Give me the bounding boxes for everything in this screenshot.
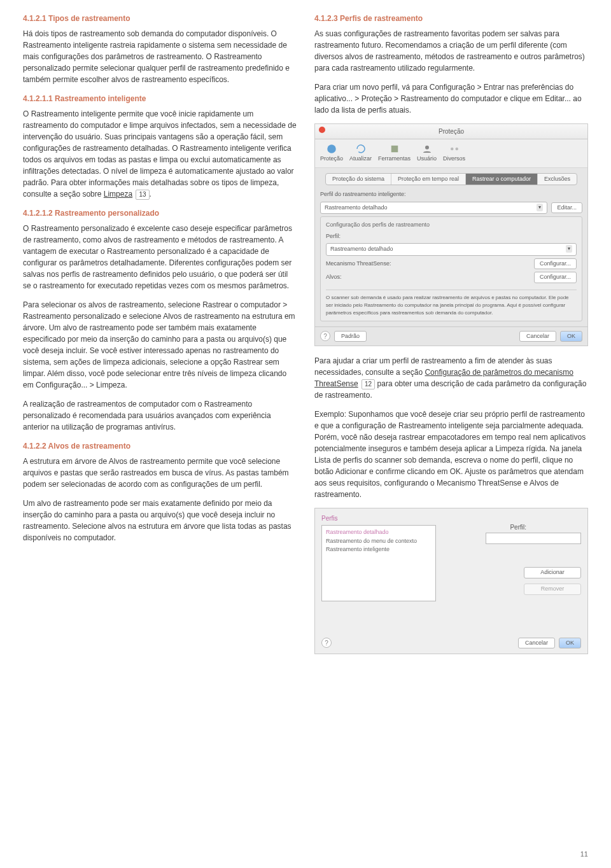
toolbar-protecao: Proteção (320, 143, 343, 164)
window-title: Proteção (439, 128, 464, 135)
heading-4123: 4.1.2.3 Perfis de rastreamento (314, 13, 588, 24)
tab-protecao-tempo-real: Proteção em tempo real (391, 174, 466, 185)
tab-rastrear-computador: Rastrear o computador (466, 174, 538, 185)
screenshot-profiles-dialog: Perfis Rastreamento detalhado Rastreamen… (314, 508, 588, 654)
para-4121-1: Há dois tipos de rastreamento sob demand… (23, 28, 297, 85)
configurar-alvos-button: Configurar... (534, 272, 577, 283)
adicionar-button: Adicionar (524, 567, 581, 578)
svg-point-4 (455, 148, 458, 151)
help-icon: ? (320, 331, 330, 341)
close-icon (319, 127, 325, 133)
para-41212-1: O Rastreamento personalizado é excelente… (23, 223, 297, 291)
help-icon: ? (321, 638, 332, 648)
tab-protecao-sistema: Proteção do sistema (326, 174, 391, 185)
toolbar-diversos: Diversos (443, 143, 465, 164)
padrao-button: Padrão (334, 331, 367, 342)
para-4123-1: As suas configurações de rastreamento fa… (314, 28, 588, 74)
frame-label-config: Configuração dos perfis de rastreamento (326, 221, 577, 230)
profiles-list: Rastreamento detalhado Rastreamento do m… (321, 525, 436, 601)
editar-button: Editar... (551, 202, 582, 214)
cancelar-button: Cancelar (518, 638, 555, 649)
note-scanner: O scanner sob demanda é usado para reali… (326, 290, 577, 317)
link-limpeza[interactable]: Limpeza (104, 190, 132, 199)
ok-button: OK (559, 638, 581, 649)
list-item: Rastreamento inteligente (326, 545, 432, 554)
heading-41212: 4.1.2.1.2 Rastreamento personalizado (23, 207, 297, 219)
list-item: Rastreamento detalhado (326, 528, 432, 537)
select-perfil: Rastreamento detalhado (326, 243, 577, 256)
select-perfil-inteligente: Rastreamento detalhado (320, 202, 547, 214)
label-alvos: Alvos: (326, 273, 530, 282)
para-4122-1: A estrutura em árvore de Alvos de rastre… (23, 456, 297, 490)
label-perfil-inteligente: Perfil do rastreamento inteligente: (320, 190, 582, 199)
page-ref-12: 12 (362, 379, 375, 389)
configurar-mec-button: Configurar... (534, 258, 577, 270)
label-perfil-field: Perfil: (510, 522, 526, 532)
label-mecanismo: Mecanismo ThreatSense: (326, 260, 530, 269)
page-ref-13: 13 (136, 190, 149, 200)
tab-exclusoes: Exclusões (538, 174, 577, 185)
list-item: Rastreamento do menu de contexto (326, 537, 432, 546)
para-41212-3: A realização de rastreamentos de computa… (23, 398, 297, 433)
svg-point-3 (451, 148, 454, 151)
remover-button: Remover (524, 584, 581, 595)
toolbar-usuario: Usuário (417, 143, 437, 164)
para-4123-3: Para ajudar a criar um perfil de rastrea… (314, 355, 588, 401)
svg-point-0 (327, 144, 336, 153)
para-41212-2: Para selecionar os alvos de rastreamento… (23, 299, 297, 391)
heading-41211: 4.1.2.1.1 Rastreamento inteligente (23, 93, 297, 104)
toolbar-atualizar: Atualizar (349, 143, 372, 164)
para-4122-2: Um alvo de rastreamento pode ser mais ex… (23, 498, 297, 543)
label-perfil: Perfil: (326, 232, 345, 241)
para-4123-2: Para criar um novo perfil, vá para Confi… (314, 81, 588, 116)
para-41211-1: O Rastreamento inteligente permite que v… (23, 108, 297, 200)
svg-point-2 (425, 146, 429, 150)
svg-rect-1 (391, 146, 398, 153)
toolbar-ferramentas: Ferramentas (378, 143, 411, 164)
heading-4122: 4.1.2.2 Alvos de rastreamento (23, 440, 297, 452)
cancelar-button: Cancelar (519, 331, 556, 342)
prefs-tabs: Proteção do sistema Proteção em tempo re… (325, 173, 577, 186)
label-perfis: Perfis (321, 514, 338, 523)
screenshot-prefs-window: Proteção Proteção Atualizar Ferramentas (314, 123, 588, 346)
ok-button: OK (560, 331, 582, 342)
para-4123-4: Exemplo: Suponhamos que você deseje cria… (314, 409, 588, 500)
perfil-field (486, 533, 581, 544)
page-number: 11 (580, 849, 588, 860)
heading-4121: 4.1.2.1 Tipos de rastreamento (23, 13, 297, 24)
